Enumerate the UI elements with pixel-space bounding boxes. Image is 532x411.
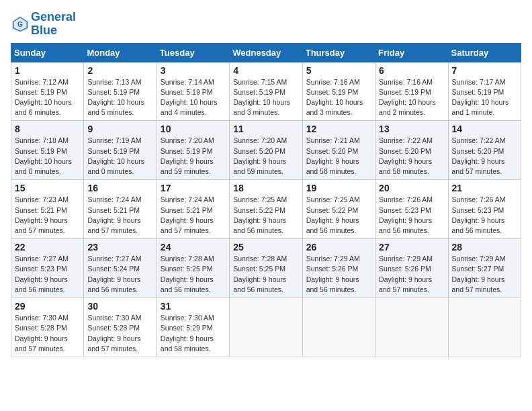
day-info: Sunrise: 7:25 AMSunset: 5:22 PMDaylight:… [233, 195, 298, 236]
day-info: Sunrise: 7:19 AMSunset: 5:19 PMDaylight:… [87, 136, 152, 177]
day-cell-5: 5 Sunrise: 7:16 AMSunset: 5:19 PMDayligh… [302, 62, 375, 121]
day-info: Sunrise: 7:26 AMSunset: 5:23 PMDaylight:… [379, 195, 444, 236]
day-number: 14 [452, 124, 517, 134]
day-number: 20 [379, 183, 444, 193]
day-number: 11 [233, 124, 298, 134]
day-cell-9: 9 Sunrise: 7:19 AMSunset: 5:19 PMDayligh… [84, 121, 157, 180]
day-cell-14: 14 Sunrise: 7:22 AMSunset: 5:20 PMDaylig… [448, 121, 521, 180]
calendar-week-row: 22 Sunrise: 7:27 AMSunset: 5:23 PMDaylig… [11, 239, 521, 298]
day-info: Sunrise: 7:13 AMSunset: 5:19 PMDaylight:… [87, 77, 152, 118]
day-info: Sunrise: 7:29 AMSunset: 5:26 PMDaylight:… [379, 254, 444, 295]
day-number: 22 [15, 242, 80, 253]
day-cell-12: 12 Sunrise: 7:21 AMSunset: 5:20 PMDaylig… [302, 121, 375, 180]
day-number: 10 [161, 124, 226, 134]
day-number: 23 [87, 242, 152, 253]
day-info: Sunrise: 7:15 AMSunset: 5:19 PMDaylight:… [233, 77, 298, 118]
day-number: 21 [452, 183, 517, 193]
day-cell-15: 15 Sunrise: 7:23 AMSunset: 5:21 PMDaylig… [11, 180, 84, 239]
day-number: 18 [233, 183, 298, 193]
day-number: 24 [161, 242, 226, 253]
day-cell-17: 17 Sunrise: 7:24 AMSunset: 5:21 PMDaylig… [157, 180, 229, 239]
calendar-week-row: 1 Sunrise: 7:12 AMSunset: 5:19 PMDayligh… [11, 62, 521, 121]
weekday-header-wednesday: Wednesday [230, 43, 302, 62]
day-cell-21: 21 Sunrise: 7:26 AMSunset: 5:23 PMDaylig… [448, 180, 521, 239]
day-cell-22: 22 Sunrise: 7:27 AMSunset: 5:23 PMDaylig… [11, 239, 84, 298]
day-number: 29 [15, 301, 80, 312]
day-cell-4: 4 Sunrise: 7:15 AMSunset: 5:19 PMDayligh… [230, 62, 302, 121]
day-number: 31 [161, 301, 226, 312]
weekday-header-monday: Monday [84, 43, 157, 62]
day-number: 26 [306, 242, 371, 253]
day-cell-23: 23 Sunrise: 7:27 AMSunset: 5:24 PMDaylig… [84, 239, 157, 298]
day-info: Sunrise: 7:23 AMSunset: 5:21 PMDaylight:… [15, 195, 80, 236]
empty-cell [448, 298, 521, 357]
day-cell-26: 26 Sunrise: 7:29 AMSunset: 5:26 PMDaylig… [302, 239, 375, 298]
day-info: Sunrise: 7:22 AMSunset: 5:20 PMDaylight:… [452, 136, 517, 177]
day-cell-7: 7 Sunrise: 7:17 AMSunset: 5:19 PMDayligh… [448, 62, 521, 121]
day-info: Sunrise: 7:16 AMSunset: 5:19 PMDaylight:… [379, 77, 444, 118]
day-number: 8 [15, 124, 80, 134]
day-info: Sunrise: 7:18 AMSunset: 5:19 PMDaylight:… [15, 136, 80, 177]
logo-text: General Blue [31, 11, 76, 38]
calendar-week-row: 15 Sunrise: 7:23 AMSunset: 5:21 PMDaylig… [11, 180, 521, 239]
calendar-week-row: 8 Sunrise: 7:18 AMSunset: 5:19 PMDayligh… [11, 121, 521, 180]
day-info: Sunrise: 7:20 AMSunset: 5:20 PMDaylight:… [233, 136, 298, 177]
weekday-header-saturday: Saturday [448, 43, 521, 62]
day-info: Sunrise: 7:22 AMSunset: 5:20 PMDaylight:… [379, 136, 444, 177]
day-cell-10: 10 Sunrise: 7:20 AMSunset: 5:19 PMDaylig… [157, 121, 229, 180]
day-number: 4 [233, 65, 298, 76]
day-info: Sunrise: 7:21 AMSunset: 5:20 PMDaylight:… [306, 136, 371, 177]
day-cell-2: 2 Sunrise: 7:13 AMSunset: 5:19 PMDayligh… [84, 62, 157, 121]
calendar-table: SundayMondayTuesdayWednesdayThursdayFrid… [11, 43, 521, 357]
day-info: Sunrise: 7:26 AMSunset: 5:23 PMDaylight:… [452, 195, 517, 236]
day-number: 7 [452, 65, 517, 76]
weekday-header-tuesday: Tuesday [157, 43, 229, 62]
day-info: Sunrise: 7:29 AMSunset: 5:26 PMDaylight:… [306, 254, 371, 295]
day-number: 17 [161, 183, 226, 193]
day-info: Sunrise: 7:17 AMSunset: 5:19 PMDaylight:… [452, 77, 517, 118]
day-cell-30: 30 Sunrise: 7:30 AMSunset: 5:28 PMDaylig… [84, 298, 157, 357]
day-info: Sunrise: 7:16 AMSunset: 5:19 PMDaylight:… [306, 77, 371, 118]
day-info: Sunrise: 7:30 AMSunset: 5:28 PMDaylight:… [87, 313, 152, 354]
day-cell-29: 29 Sunrise: 7:30 AMSunset: 5:28 PMDaylig… [11, 298, 84, 357]
day-info: Sunrise: 7:24 AMSunset: 5:21 PMDaylight:… [161, 195, 226, 236]
day-number: 3 [161, 65, 226, 76]
day-info: Sunrise: 7:27 AMSunset: 5:24 PMDaylight:… [87, 254, 152, 295]
day-number: 16 [87, 183, 152, 193]
day-number: 19 [306, 183, 371, 193]
day-number: 25 [233, 242, 298, 253]
svg-text:G: G [17, 21, 23, 28]
day-info: Sunrise: 7:27 AMSunset: 5:23 PMDaylight:… [15, 254, 80, 295]
logo-icon: G [11, 15, 30, 34]
day-cell-31: 31 Sunrise: 7:30 AMSunset: 5:29 PMDaylig… [157, 298, 229, 357]
day-info: Sunrise: 7:25 AMSunset: 5:22 PMDaylight:… [306, 195, 371, 236]
day-info: Sunrise: 7:12 AMSunset: 5:19 PMDaylight:… [15, 77, 80, 118]
calendar-week-row: 29 Sunrise: 7:30 AMSunset: 5:28 PMDaylig… [11, 298, 521, 357]
empty-cell [230, 298, 302, 357]
day-cell-27: 27 Sunrise: 7:29 AMSunset: 5:26 PMDaylig… [375, 239, 448, 298]
day-info: Sunrise: 7:28 AMSunset: 5:25 PMDaylight:… [161, 254, 226, 295]
day-number: 6 [379, 65, 444, 76]
weekday-header-friday: Friday [375, 43, 448, 62]
day-cell-24: 24 Sunrise: 7:28 AMSunset: 5:25 PMDaylig… [157, 239, 229, 298]
day-cell-19: 19 Sunrise: 7:25 AMSunset: 5:22 PMDaylig… [302, 180, 375, 239]
day-cell-20: 20 Sunrise: 7:26 AMSunset: 5:23 PMDaylig… [375, 180, 448, 239]
day-number: 9 [87, 124, 152, 134]
page-header: G General Blue [11, 11, 521, 38]
logo: G General Blue [11, 11, 76, 38]
day-cell-6: 6 Sunrise: 7:16 AMSunset: 5:19 PMDayligh… [375, 62, 448, 121]
weekday-header-thursday: Thursday [302, 43, 375, 62]
day-number: 12 [306, 124, 371, 134]
day-info: Sunrise: 7:29 AMSunset: 5:27 PMDaylight:… [452, 254, 517, 295]
day-cell-11: 11 Sunrise: 7:20 AMSunset: 5:20 PMDaylig… [230, 121, 302, 180]
day-number: 1 [15, 65, 80, 76]
day-cell-3: 3 Sunrise: 7:14 AMSunset: 5:19 PMDayligh… [157, 62, 229, 121]
day-cell-1: 1 Sunrise: 7:12 AMSunset: 5:19 PMDayligh… [11, 62, 84, 121]
day-info: Sunrise: 7:30 AMSunset: 5:28 PMDaylight:… [15, 313, 80, 354]
empty-cell [302, 298, 375, 357]
day-info: Sunrise: 7:28 AMSunset: 5:25 PMDaylight:… [233, 254, 298, 295]
day-number: 30 [87, 301, 152, 312]
day-number: 5 [306, 65, 371, 76]
day-info: Sunrise: 7:30 AMSunset: 5:29 PMDaylight:… [161, 313, 226, 354]
day-cell-8: 8 Sunrise: 7:18 AMSunset: 5:19 PMDayligh… [11, 121, 84, 180]
